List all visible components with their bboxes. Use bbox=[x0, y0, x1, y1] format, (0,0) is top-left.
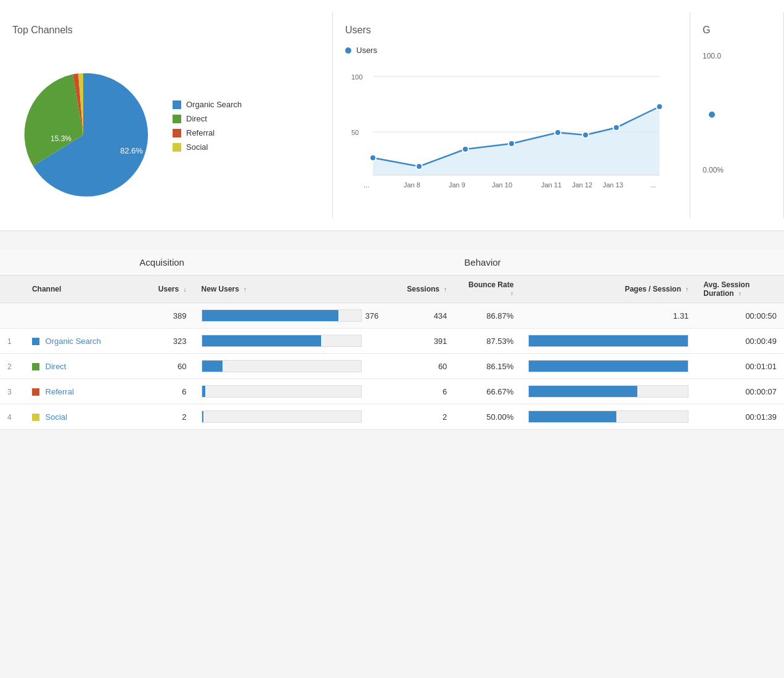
legend-label-direct: Direct bbox=[186, 114, 207, 123]
data-point-7 bbox=[613, 125, 619, 131]
new-users-bar-cell-1 bbox=[194, 354, 386, 379]
svg-text:...: ... bbox=[650, 181, 656, 189]
users-card: Users Users 100 50 bbox=[333, 12, 690, 218]
legend-color-referral bbox=[173, 129, 181, 137]
total-new-users-value: 376 bbox=[365, 311, 379, 321]
legend-label-social: Social bbox=[186, 142, 208, 152]
bounce-bar-fill-3 bbox=[529, 411, 616, 422]
users-title: Users bbox=[345, 25, 677, 36]
bar-fill-3 bbox=[202, 411, 204, 422]
svg-text:Jan 9: Jan 9 bbox=[449, 181, 465, 189]
rank-cell: 3 bbox=[0, 379, 25, 404]
other-chart-area: 100.0 0.00% bbox=[703, 46, 771, 181]
sort-users-icon: ↓ bbox=[184, 286, 187, 293]
svg-text:Jan 11: Jan 11 bbox=[541, 181, 561, 189]
col-sessions: Sessions ↑ bbox=[386, 276, 454, 303]
total-avg-session: 00:00:50 bbox=[696, 303, 784, 329]
legend-label-referral: Referral bbox=[186, 128, 214, 137]
sort-bounce-icon: ↑ bbox=[510, 290, 513, 297]
col-bounce-rate: Bounce Rate ↑ bbox=[454, 276, 521, 303]
data-point-3 bbox=[462, 146, 468, 152]
sessions-cell-1: 60 bbox=[386, 354, 454, 379]
svg-text:Jan 13: Jan 13 bbox=[603, 181, 623, 189]
legend-item-referral: Referral bbox=[173, 128, 242, 137]
bounce-bar-wrapper-1 bbox=[528, 360, 688, 372]
total-row: 389 376 434 86.87% 1.31 00:00:50 bbox=[0, 303, 784, 329]
total-rank bbox=[0, 303, 25, 329]
avg-session-cell-3: 00:01:39 bbox=[696, 404, 784, 430]
other-y-max: 100.0 bbox=[703, 52, 771, 60]
col-new-users: New Users ↑ bbox=[194, 276, 386, 303]
svg-text:Jan 12: Jan 12 bbox=[572, 181, 592, 189]
bounce-bar-fill-0 bbox=[529, 335, 688, 346]
pie-legend: Organic Search Direct Referral Social bbox=[173, 100, 242, 152]
channel-name-0[interactable]: Organic Search bbox=[46, 337, 101, 346]
channel-name-3[interactable]: Social bbox=[46, 412, 67, 422]
rank-cell: 2 bbox=[0, 354, 25, 379]
avg-session-cell-1: 00:01:01 bbox=[696, 354, 784, 379]
line-chart-container: 100 50 bbox=[345, 61, 677, 198]
legend-item-organic: Organic Search bbox=[173, 100, 242, 109]
sort-new-users-icon: ↑ bbox=[243, 286, 247, 293]
sessions-cell-0: 391 bbox=[386, 329, 454, 354]
pages-session-cell-2 bbox=[521, 379, 696, 404]
data-point-1 bbox=[370, 155, 376, 161]
sort-avg-icon: ↑ bbox=[738, 290, 741, 297]
users-legend-label: Users bbox=[356, 46, 377, 55]
svg-text:...: ... bbox=[364, 181, 369, 189]
other-y-min: 0.00% bbox=[703, 166, 771, 174]
data-point-5 bbox=[555, 129, 561, 136]
pie-section: 82.6% 15.3% Organic Search Direct Referr… bbox=[12, 46, 320, 206]
svg-text:Jan 8: Jan 8 bbox=[404, 181, 420, 189]
spacer bbox=[0, 231, 784, 250]
channel-name-2[interactable]: Referral bbox=[46, 387, 74, 396]
rank-cell: 4 bbox=[0, 404, 25, 430]
col-pages-session: Pages / Session ↑ bbox=[521, 276, 696, 303]
bounce-bar-fill-2 bbox=[529, 386, 637, 397]
other-card: G 100.0 0.00% bbox=[690, 12, 784, 218]
pages-session-cell-1 bbox=[521, 354, 696, 379]
col-rank bbox=[0, 276, 25, 303]
table-row: 4 Social 2 2 50.00% 00:01:39 bbox=[0, 404, 784, 430]
legend-item-social: Social bbox=[173, 142, 242, 152]
data-point-2 bbox=[416, 163, 422, 170]
channel-cell: Referral bbox=[25, 379, 129, 404]
channel-name-1[interactable]: Direct bbox=[46, 362, 67, 371]
users-cell-2: 6 bbox=[129, 379, 194, 404]
col-channel: Channel bbox=[25, 276, 129, 303]
behavior-section-label: Behavior bbox=[454, 250, 784, 276]
pie-label-direct: 15.3% bbox=[51, 134, 71, 143]
table-row: 1 Organic Search 323 391 87.53% 00:00:49 bbox=[0, 329, 784, 354]
users-cell-3: 2 bbox=[129, 404, 194, 430]
bar-wrapper-3 bbox=[202, 410, 362, 423]
top-charts-section: Top Channels 82.6% 15.3% bbox=[0, 0, 784, 231]
users-line-chart: 100 50 bbox=[345, 61, 666, 197]
total-bar-fill bbox=[202, 310, 339, 321]
bar-fill-2 bbox=[202, 386, 205, 397]
bounce-rate-cell-2: 66.67% bbox=[454, 379, 521, 404]
sort-pages-icon: ↑ bbox=[685, 286, 688, 293]
total-bounce-rate: 86.87% bbox=[454, 303, 521, 329]
legend-label-organic: Organic Search bbox=[186, 100, 242, 109]
total-channel bbox=[25, 303, 129, 329]
total-users: 389 bbox=[129, 303, 194, 329]
pages-session-cell-0 bbox=[521, 329, 696, 354]
data-point-8 bbox=[656, 104, 663, 110]
other-data-point bbox=[708, 111, 716, 118]
other-chart-svg bbox=[703, 65, 752, 164]
legend-item-direct: Direct bbox=[173, 114, 242, 123]
legend-color-direct bbox=[173, 115, 181, 123]
sessions-cell-3: 2 bbox=[386, 404, 454, 430]
col-avg-session: Avg. Session Duration ↑ bbox=[696, 276, 784, 303]
sort-sessions-icon: ↑ bbox=[444, 286, 447, 293]
col-users: Users ↓ bbox=[129, 276, 194, 303]
section-header-row: Acquisition Behavior bbox=[0, 250, 784, 276]
users-legend-dot bbox=[345, 47, 351, 54]
other-title: G bbox=[703, 25, 771, 36]
new-users-bar-cell-0 bbox=[194, 329, 386, 354]
bounce-bar-wrapper-3 bbox=[528, 410, 688, 423]
avg-session-cell-2: 00:00:07 bbox=[696, 379, 784, 404]
bounce-rate-cell-0: 87.53% bbox=[454, 329, 521, 354]
svg-text:Jan 10: Jan 10 bbox=[492, 181, 512, 189]
channel-color-0 bbox=[32, 338, 39, 345]
